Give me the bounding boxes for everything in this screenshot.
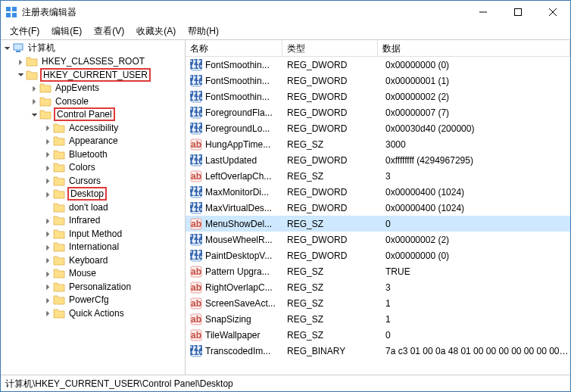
chevron-right-icon[interactable]: ⏵ xyxy=(44,150,53,158)
folder-icon xyxy=(53,308,65,319)
tree-item[interactable]: don't load xyxy=(1,201,185,214)
tree-item[interactable]: ⏵Quick Actions xyxy=(1,306,185,320)
tree-item[interactable]: ⏵Mouse xyxy=(1,267,185,281)
value-row[interactable]: 011110FontSmoothin...REG_DWORD0x00000001… xyxy=(186,73,570,89)
svg-text:110: 110 xyxy=(190,347,202,357)
chevron-right-icon[interactable]: ⏵ xyxy=(44,296,53,304)
tree-item[interactable]: ⏵Infrared xyxy=(1,214,185,228)
value-type: REG_SZ xyxy=(284,139,379,150)
value-row[interactable]: 011110ForegroundFla...REG_DWORD0x0000000… xyxy=(186,104,570,120)
chevron-right-icon[interactable]: ⏵ xyxy=(44,282,53,291)
value-data: 7a c3 01 00 0a 48 01 00 00 00 00 00 00 0… xyxy=(379,346,570,356)
value-row[interactable]: 011110ForegroundLo...REG_DWORD0x00030d40… xyxy=(186,120,570,136)
value-data: 3 xyxy=(379,282,570,293)
menu-help[interactable]: 帮助(H) xyxy=(182,23,225,39)
value-row[interactable]: abScreenSaveAct...REG_SZ1 xyxy=(186,295,570,311)
folder-icon xyxy=(53,176,65,186)
chevron-right-icon[interactable]: ⏵ xyxy=(30,84,39,92)
col-name[interactable]: 名称 xyxy=(186,40,282,56)
chevron-right-icon[interactable]: ⏵ xyxy=(44,309,53,317)
chevron-right-icon[interactable]: ⏵ xyxy=(30,97,39,105)
menu-view[interactable]: 查看(V) xyxy=(88,23,130,39)
value-row[interactable]: 011110FontSmoothin...REG_DWORD0x00000002… xyxy=(186,89,570,104)
value-row[interactable]: abSnapSizingREG_SZ1 xyxy=(186,311,570,327)
menu-edit[interactable]: 编辑(E) xyxy=(45,23,88,39)
value-type: REG_DWORD xyxy=(284,92,379,102)
tree-item[interactable]: ⏵Accessibility xyxy=(1,121,185,135)
tree-item[interactable]: ⏵Bluetooth xyxy=(1,148,185,161)
value-data: 0x00000400 (1024) xyxy=(379,203,570,213)
chevron-right-icon[interactable]: ⏵ xyxy=(44,137,53,145)
tree-item-label: HKEY_CURRENT_USER xyxy=(40,68,151,82)
value-row[interactable]: 011110LastUpdatedREG_DWORD0xffffffff (42… xyxy=(186,152,570,168)
chevron-down-icon[interactable]: ⏷ xyxy=(3,44,12,52)
chevron-right-icon[interactable]: ⏵ xyxy=(44,229,53,238)
chevron-down-icon[interactable]: ⏷ xyxy=(30,110,39,119)
tree-item[interactable]: ⏵Cursors xyxy=(1,174,185,188)
chevron-right-icon[interactable]: ⏵ xyxy=(44,256,53,264)
chevron-right-icon[interactable]: ⏵ xyxy=(44,163,53,172)
menu-file[interactable]: 文件(F) xyxy=(4,23,45,39)
tree-item[interactable]: ⏷HKEY_CURRENT_USER xyxy=(1,68,185,82)
maximize-button[interactable] xyxy=(501,1,535,23)
value-row[interactable]: abLeftOverlapCh...REG_SZ3 xyxy=(186,168,570,184)
close-button[interactable] xyxy=(535,1,570,23)
binary-icon: 011110 xyxy=(190,123,202,135)
tree-item[interactable]: ⏵International xyxy=(1,241,185,254)
value-row[interactable]: abRightOverlapC...REG_SZ3 xyxy=(186,279,570,295)
value-data: 0 xyxy=(379,219,570,229)
col-type[interactable]: 类型 xyxy=(282,40,378,56)
value-row[interactable]: abTileWallpaperREG_SZ0 xyxy=(186,327,570,343)
value-row[interactable]: 011110FontSmoothin...REG_DWORD0x00000000… xyxy=(186,57,570,73)
value-row[interactable]: 011110MouseWheelR...REG_DWORD0x00000002 … xyxy=(186,232,570,247)
menu-favorites[interactable]: 收藏夹(A) xyxy=(130,23,182,39)
value-row[interactable]: abPattern Upgra...REG_SZTRUE xyxy=(186,263,570,279)
value-data: 0x00000002 (2) xyxy=(379,92,570,102)
value-row[interactable]: 011110MaxVirtualDes...REG_DWORD0x0000040… xyxy=(186,200,570,216)
window-title: 注册表编辑器 xyxy=(22,6,466,19)
tree-item[interactable]: ⏵Console xyxy=(1,95,185,108)
value-list[interactable]: 011110FontSmoothin...REG_DWORD0x00000000… xyxy=(186,57,570,375)
tree-item[interactable]: ⏵Appearance xyxy=(1,135,185,148)
value-name: FontSmoothin... xyxy=(205,60,284,70)
svg-text:ab: ab xyxy=(191,314,201,325)
svg-rect-5 xyxy=(515,9,522,16)
chevron-right-icon[interactable]: ⏵ xyxy=(44,269,53,278)
tree-item[interactable]: ⏷Control Panel xyxy=(1,108,185,122)
chevron-right-icon[interactable]: ⏵ xyxy=(44,176,53,185)
chevron-right-icon[interactable]: ⏵ xyxy=(44,216,53,225)
chevron-right-icon[interactable]: ⏵ xyxy=(44,243,53,251)
tree-item[interactable]: ⏵PowerCfg xyxy=(1,294,185,307)
value-name: TileWallpaper xyxy=(205,330,284,341)
value-row[interactable]: 011110TranscodedIm...REG_BINARY7a c3 01 … xyxy=(186,343,570,359)
value-data: 0x00000000 (0) xyxy=(379,60,570,70)
tree-item[interactable]: ⏵Personalization xyxy=(1,280,185,294)
value-row[interactable]: abMenuShowDel...REG_SZ0 xyxy=(186,216,570,232)
minimize-button[interactable] xyxy=(466,1,501,23)
chevron-right-icon[interactable]: ⏵ xyxy=(44,123,53,132)
col-data[interactable]: 数据 xyxy=(378,40,570,56)
value-row[interactable]: 011110PaintDesktopV...REG_DWORD0x0000000… xyxy=(186,247,570,263)
value-name: RightOverlapC... xyxy=(205,282,284,293)
value-row[interactable]: abHungAppTime...REG_SZ3000 xyxy=(186,136,570,152)
value-name: SnapSizing xyxy=(205,314,284,325)
binary-icon: 011110 xyxy=(190,91,202,103)
tree-pane[interactable]: ⏷计算机⏵HKEY_CLASSES_ROOT⏷HKEY_CURRENT_USER… xyxy=(1,40,186,375)
value-name: FontSmoothin... xyxy=(205,92,284,102)
tree-item[interactable]: ⏵Colors xyxy=(1,161,185,175)
value-row[interactable]: 011110MaxMonitorDi...REG_DWORD0x00000400… xyxy=(186,184,570,200)
tree-item[interactable]: ⏷计算机 xyxy=(1,42,185,55)
chevron-down-icon[interactable]: ⏷ xyxy=(17,70,26,79)
folder-icon xyxy=(53,241,65,252)
tree-item[interactable]: ⏵Keyboard xyxy=(1,254,185,267)
value-type: REG_DWORD xyxy=(284,123,379,134)
value-data: TRUE xyxy=(379,266,570,277)
tree-item[interactable]: ⏵HKEY_CLASSES_ROOT xyxy=(1,55,185,69)
tree-item-label: Infrared xyxy=(67,215,101,226)
chevron-right-icon[interactable]: ⏵ xyxy=(17,58,26,66)
chevron-right-icon[interactable]: ⏵ xyxy=(44,190,53,198)
tree-item[interactable]: ⏵Input Method xyxy=(1,227,185,241)
status-bar: 计算机\HKEY_CURRENT_USER\Control Panel\Desk… xyxy=(1,375,570,391)
tree-item[interactable]: ⏵AppEvents xyxy=(1,82,185,95)
tree-item[interactable]: ⏵Desktop xyxy=(1,188,185,201)
